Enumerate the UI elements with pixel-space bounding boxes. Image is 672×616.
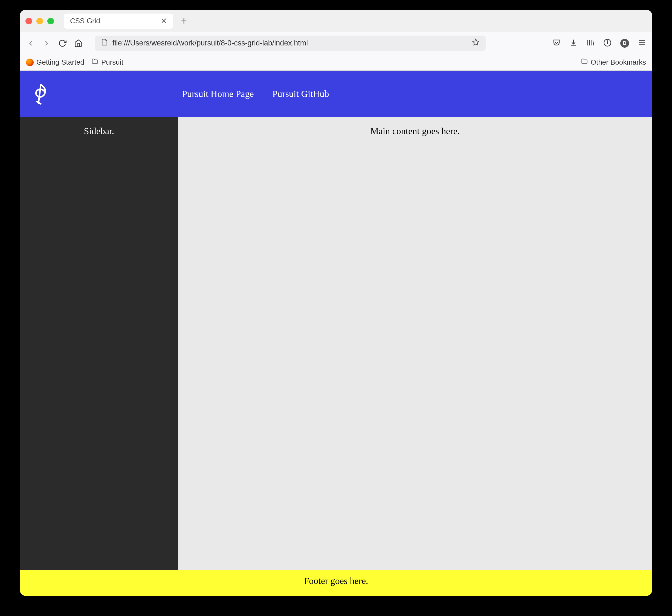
forward-button[interactable] <box>42 39 51 48</box>
page-file-icon <box>101 39 108 48</box>
pocket-icon[interactable] <box>552 39 561 48</box>
window-minimize-button[interactable] <box>36 18 43 24</box>
url-bar[interactable]: file:///Users/wesreid/work/pursuit/8-0-c… <box>95 36 486 51</box>
bookmark-pursuit[interactable]: Pursuit <box>91 58 123 67</box>
bookmarks-bar: Getting Started Pursuit Other Bookmarks <box>20 54 652 71</box>
main-content: Main content goes here. <box>178 117 652 570</box>
main-text: Main content goes here. <box>370 126 460 136</box>
svg-line-11 <box>39 85 41 103</box>
svg-line-4 <box>593 40 594 45</box>
folder-icon <box>91 58 99 67</box>
new-tab-button[interactable]: + <box>181 15 187 27</box>
footer-text: Footer goes here. <box>304 576 368 586</box>
folder-icon <box>581 58 588 67</box>
sidebar: Sidebar. <box>20 117 178 570</box>
downloads-icon[interactable] <box>569 39 578 48</box>
window-close-button[interactable] <box>25 18 32 24</box>
avatar-initial: B <box>623 40 627 46</box>
window-controls <box>25 18 54 24</box>
bookmark-label: Other Bookmarks <box>591 58 646 66</box>
sidebar-text: Sidebar. <box>84 126 114 136</box>
url-text: file:///Users/wesreid/work/pursuit/8-0-c… <box>112 39 308 47</box>
bookmark-other[interactable]: Other Bookmarks <box>581 58 646 67</box>
bookmark-label: Getting Started <box>36 58 84 66</box>
nav-links: Pursuit Home Page Pursuit GitHub <box>182 89 329 99</box>
firefox-icon <box>26 59 34 66</box>
titlebar: CSS Grid ✕ + <box>20 10 652 32</box>
window-maximize-button[interactable] <box>47 18 54 24</box>
pursuit-logo-icon <box>33 83 48 105</box>
home-button[interactable] <box>74 39 83 48</box>
rendered-page: Pursuit Home Page Pursuit GitHub Sidebar… <box>20 71 652 596</box>
toolbar-right: B <box>552 39 646 48</box>
profile-avatar[interactable]: B <box>620 39 629 48</box>
reload-button[interactable] <box>58 39 67 48</box>
close-tab-icon[interactable]: ✕ <box>161 16 167 25</box>
back-button[interactable] <box>26 39 35 48</box>
library-icon[interactable] <box>586 39 595 48</box>
bookmark-getting-started[interactable]: Getting Started <box>26 58 84 66</box>
bookmark-label: Pursuit <box>101 58 123 66</box>
browser-window: CSS Grid ✕ + file:///Users/wesreid/work/… <box>20 10 652 596</box>
bookmark-star-icon[interactable] <box>472 38 480 48</box>
info-icon[interactable] <box>603 39 612 48</box>
toolbar: file:///Users/wesreid/work/pursuit/8-0-c… <box>20 32 652 54</box>
page-footer: Footer goes here. <box>20 570 652 596</box>
tab-title: CSS Grid <box>70 17 100 25</box>
menu-icon[interactable] <box>638 39 646 48</box>
browser-tab[interactable]: CSS Grid ✕ <box>64 13 173 29</box>
page-header: Pursuit Home Page Pursuit GitHub <box>20 71 652 117</box>
svg-line-12 <box>37 102 41 104</box>
nav-github-link[interactable]: Pursuit GitHub <box>273 89 329 99</box>
svg-marker-0 <box>473 39 479 45</box>
svg-point-7 <box>607 40 608 41</box>
nav-home-link[interactable]: Pursuit Home Page <box>182 89 254 99</box>
